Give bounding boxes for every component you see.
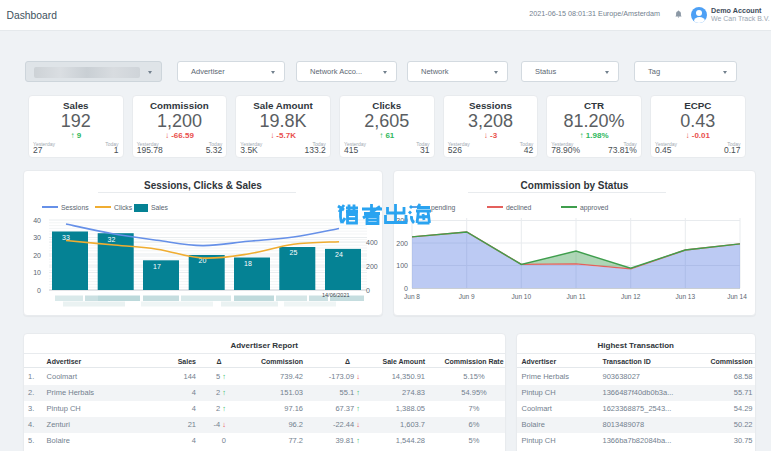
svg-text:24: 24: [335, 251, 343, 258]
svg-text:Jun 11: Jun 11: [566, 293, 585, 300]
svg-text:0: 0: [404, 285, 408, 292]
svg-text:30: 30: [33, 234, 41, 241]
svg-text:200: 200: [396, 240, 408, 247]
svg-text:40: 40: [33, 217, 41, 224]
svg-text:17: 17: [153, 263, 161, 270]
svg-text:Jun 9: Jun 9: [459, 293, 475, 300]
svg-text:400: 400: [366, 239, 378, 246]
svg-text:0: 0: [366, 287, 370, 294]
svg-text:Jun 10: Jun 10: [512, 293, 532, 300]
svg-text:14/06/2021: 14/06/2021: [322, 292, 350, 298]
svg-text:0: 0: [37, 287, 41, 294]
svg-text:20: 20: [33, 252, 41, 259]
svg-text:200: 200: [366, 263, 378, 270]
svg-text:Jun 12: Jun 12: [621, 293, 641, 300]
svg-text:32: 32: [108, 236, 116, 243]
svg-text:33: 33: [62, 234, 70, 241]
svg-text:100: 100: [396, 262, 408, 269]
svg-text:25: 25: [290, 249, 298, 256]
svg-text:18: 18: [244, 260, 252, 267]
svg-text:Jun 8: Jun 8: [404, 293, 420, 300]
svg-text:Jun 14: Jun 14: [727, 293, 747, 300]
svg-text:10: 10: [33, 269, 41, 276]
svg-text:Jun 13: Jun 13: [676, 293, 696, 300]
